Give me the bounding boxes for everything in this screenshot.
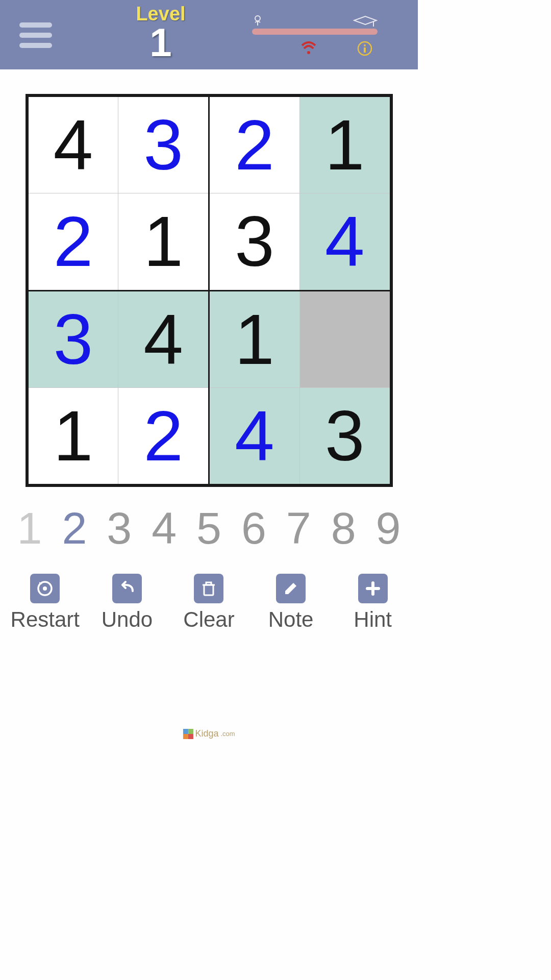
numpad-4[interactable]: 4: [144, 502, 185, 554]
restart-button[interactable]: Restart: [7, 574, 83, 632]
progress-bar: [252, 29, 378, 35]
grid-cell[interactable]: 3: [300, 388, 390, 484]
svg-point-3: [364, 44, 366, 46]
grid-block: 4 3 2 1: [29, 97, 209, 290]
undo-label: Undo: [102, 607, 153, 632]
svg-point-1: [307, 51, 310, 54]
restart-label: Restart: [11, 607, 80, 632]
svg-point-0: [255, 16, 260, 21]
grid-cell[interactable]: 1: [210, 291, 299, 387]
svg-point-6: [43, 586, 47, 591]
game-area: 4 3 2 1 2 1 3 4 3 4 1 2 1 4 3: [0, 69, 418, 487]
grid-block: 2 1 3 4: [210, 97, 390, 290]
clear-button[interactable]: Clear: [170, 574, 247, 632]
grid-cell[interactable]: 4: [210, 388, 299, 484]
grid-block: 1 4 3: [210, 291, 390, 484]
header-bar: Level 1: [0, 0, 418, 69]
numpad-1[interactable]: 1: [9, 502, 50, 554]
hint-button[interactable]: Hint: [335, 574, 411, 632]
restart-icon: [30, 574, 60, 603]
expert-icon: [353, 15, 378, 28]
grid-cell[interactable]: 4: [29, 97, 118, 193]
svg-rect-7: [204, 585, 213, 595]
wifi-alert-icon[interactable]: [301, 41, 316, 58]
level-number: 1: [117, 22, 204, 62]
numpad-5[interactable]: 5: [189, 502, 230, 554]
hint-label: Hint: [354, 607, 392, 632]
grid-block: 3 4 1 2: [29, 291, 209, 484]
note-label: Note: [268, 607, 314, 632]
grid-cell[interactable]: 2: [29, 193, 118, 289]
grid-cell[interactable]: 1: [29, 388, 118, 484]
trash-icon: [194, 574, 223, 603]
undo-icon: [112, 574, 142, 603]
grid-cell[interactable]: 4: [118, 291, 208, 387]
svg-rect-4: [364, 47, 366, 53]
menu-button[interactable]: [19, 22, 52, 48]
footer-brand[interactable]: Kidga.com: [183, 728, 235, 739]
numpad-6[interactable]: 6: [233, 502, 274, 554]
numpad-2[interactable]: 2: [54, 502, 95, 554]
grid-cell[interactable]: 4: [300, 193, 390, 289]
undo-button[interactable]: Undo: [89, 574, 165, 632]
info-button[interactable]: [357, 41, 372, 58]
toolbar: Restart Undo Clear Note Hint: [0, 554, 418, 632]
numpad-3[interactable]: 3: [99, 502, 140, 554]
grid-cell[interactable]: 2: [210, 97, 299, 193]
grid-cell[interactable]: 3: [29, 291, 118, 387]
grid-cell[interactable]: 1: [118, 193, 208, 289]
note-button[interactable]: Note: [253, 574, 329, 632]
numpad-7[interactable]: 7: [278, 502, 319, 554]
grid-cell[interactable]: 2: [118, 388, 208, 484]
number-pad: 1 2 3 4 5 6 7 8 9: [0, 487, 418, 554]
clear-label: Clear: [183, 607, 234, 632]
level-indicator: Level 1: [117, 3, 204, 62]
plus-icon: [358, 574, 388, 603]
brand-tld: .com: [220, 730, 235, 738]
numpad-8[interactable]: 8: [323, 502, 364, 554]
grid-cell[interactable]: 3: [118, 97, 208, 193]
brand-name: Kidga: [195, 728, 218, 739]
pencil-icon: [276, 574, 306, 603]
grid-cell[interactable]: 1: [300, 97, 390, 193]
grid-cell[interactable]: 3: [210, 193, 299, 289]
beginner-icon: [252, 15, 263, 28]
grid-cell[interactable]: [300, 291, 390, 387]
brand-logo-icon: [183, 729, 193, 739]
skill-progress: [252, 15, 378, 35]
sudoku-grid: 4 3 2 1 2 1 3 4 3 4 1 2 1 4 3: [26, 94, 393, 487]
numpad-9[interactable]: 9: [368, 502, 409, 554]
